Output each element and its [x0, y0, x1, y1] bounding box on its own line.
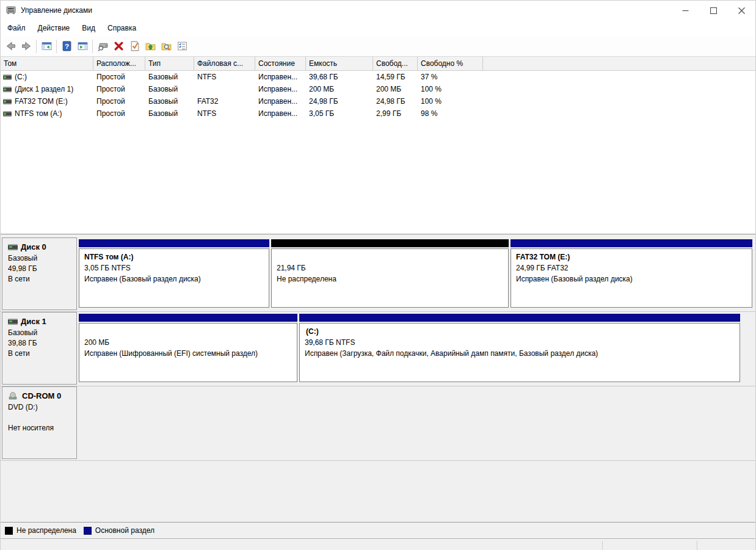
delete-volume-icon: [113, 40, 125, 52]
volume-free: 200 МБ: [373, 83, 418, 95]
disk-type: Базовый: [8, 253, 76, 264]
column-header-filesystem[interactable]: Файловая с...: [194, 57, 255, 71]
disk-size: 49,98 ГБ: [8, 264, 76, 274]
disk-status: В сети: [8, 274, 76, 284]
status-bar: [1, 538, 755, 550]
disk1-panel[interactable]: Диск 1 Базовый 39,88 ГБ В сети: [2, 312, 77, 385]
forward-button[interactable]: [18, 38, 34, 54]
toolbar-separator: [92, 40, 93, 53]
volume-status: Исправен...: [255, 107, 306, 120]
partition-status: Исправен (Шифрованный (EFI) системный ра…: [84, 348, 292, 359]
disk-name: Диск 0: [21, 242, 46, 251]
partition-ntfs-a[interactable]: NTFS том (A:) 3,05 ГБ NTFS Исправен (Баз…: [79, 239, 269, 308]
volume-name: (C:): [15, 73, 27, 81]
maximize-button[interactable]: [699, 1, 727, 20]
column-header-status[interactable]: Состояние: [255, 57, 306, 71]
rescan-disks-button[interactable]: [95, 38, 111, 54]
volume-free-pct: 37 %: [418, 71, 483, 83]
volume-free: 24,98 ГБ: [373, 95, 418, 107]
open-folder-button[interactable]: [142, 38, 158, 54]
partition-efi-system[interactable]: 200 МБ Исправен (Шифрованный (EFI) систе…: [79, 314, 297, 382]
partition-color-bar: [299, 314, 740, 322]
volume-row-ntfs-a[interactable]: NTFS том (A:) Простой Базовый NTFS Испра…: [1, 107, 755, 120]
volume-free-pct: 98 %: [418, 107, 483, 120]
toolbar-separator: [56, 40, 57, 53]
cdrom-icon: [8, 392, 19, 400]
partition-title: FAT32 TOM (E:): [516, 251, 747, 262]
help-icon: ?: [61, 40, 73, 52]
check-volume-icon: [129, 40, 140, 52]
cdrom0-row: CD-ROM 0 DVD (D:) Нет носителя: [1, 386, 755, 461]
volume-icon: [3, 111, 12, 117]
column-header-layout[interactable]: Располож...: [93, 57, 145, 71]
volume-row-disk1-part1[interactable]: (Диск 1 раздел 1) Простой Базовый Исправ…: [1, 83, 755, 95]
menu-file[interactable]: Файл: [1, 21, 32, 35]
menu-help[interactable]: Справка: [101, 21, 142, 35]
column-header-type[interactable]: Тип: [145, 57, 194, 71]
disk-status: Нет носителя: [8, 423, 76, 433]
delete-volume-button[interactable]: [111, 38, 126, 54]
explore-folder-button[interactable]: [158, 38, 174, 54]
disk0-panel[interactable]: Диск 0 Базовый 49,98 ГБ В сети: [2, 237, 77, 310]
check-volume-button[interactable]: [126, 38, 142, 54]
volume-capacity: 200 МБ: [306, 83, 373, 95]
disk0-row: Диск 0 Базовый 49,98 ГБ В сети NTFS том …: [1, 237, 755, 312]
status-bar-divider: [697, 541, 697, 550]
volume-layout: Простой: [93, 95, 145, 107]
disk-management-window: Управление дисками Файл Действие Вид Спр…: [0, 0, 756, 550]
partition-info: 39,68 ГБ NTFS: [305, 337, 735, 348]
disk-name: Диск 1: [21, 317, 46, 326]
column-header-volume[interactable]: Том: [1, 57, 93, 71]
column-header-capacity[interactable]: Емкость: [306, 57, 373, 71]
show-console-tree-button[interactable]: [38, 38, 54, 54]
partition-color-bar: [271, 239, 509, 247]
disk-icon: [8, 319, 18, 325]
window-title: Управление дисками: [21, 6, 92, 15]
volume-filesystem: [194, 83, 255, 95]
cdrom0-panel[interactable]: CD-ROM 0 DVD (D:) Нет носителя: [2, 386, 77, 459]
column-header-filler: [483, 57, 755, 71]
volume-icon: [3, 87, 12, 92]
volume-capacity: 24,98 ГБ: [306, 95, 373, 107]
close-button[interactable]: [727, 1, 755, 20]
volume-layout: Простой: [93, 107, 145, 120]
disk-type: DVD (D:): [8, 402, 76, 413]
volume-name: (Диск 1 раздел 1): [15, 85, 73, 93]
volume-type: Базовый: [145, 95, 194, 107]
show-console-tree-icon: [41, 40, 53, 52]
partition-status: Исправен (Загрузка, Файл подкачки, Авари…: [305, 348, 735, 359]
explore-folder-icon: [161, 40, 172, 52]
volume-list: Том Располож... Тип Файловая с... Состоя…: [1, 57, 755, 234]
partition-color-bar: [79, 239, 269, 247]
disk-type: Базовый: [8, 328, 76, 338]
partition-title: NTFS том (A:): [84, 251, 264, 262]
volume-row-c[interactable]: (C:) Простой Базовый NTFS Исправен... 39…: [1, 71, 755, 83]
partition-c[interactable]: (C:) 39,68 ГБ NTFS Исправен (Загрузка, Ф…: [299, 314, 740, 382]
partition-status: Исправен (Базовый раздел диска): [516, 273, 747, 284]
back-button[interactable]: [2, 38, 18, 54]
show-action-pane-button[interactable]: [75, 38, 90, 54]
volume-row-fat32-e[interactable]: FAT32 TOM (E:) Простой Базовый FAT32 Исп…: [1, 95, 755, 107]
minimize-button[interactable]: [671, 1, 699, 20]
volume-free-pct: 100 %: [418, 95, 483, 107]
menu-action[interactable]: Действие: [32, 21, 76, 35]
properties-button[interactable]: [174, 38, 190, 54]
volume-layout: Простой: [93, 71, 145, 83]
column-header-free-pct[interactable]: Свободно %: [418, 57, 483, 71]
partition-unallocated[interactable]: 21,94 ГБ Не распределена: [271, 239, 509, 308]
help-button[interactable]: ?: [59, 38, 75, 54]
title-bar: Управление дисками: [1, 1, 755, 20]
partition-fat32-e[interactable]: FAT32 TOM (E:) 24,99 ГБ FAT32 Исправен (…: [511, 239, 752, 308]
legend-item-primary-partition: Основной раздел: [84, 526, 154, 535]
partition-title: [277, 251, 503, 262]
legend-label: Основной раздел: [95, 526, 154, 535]
status-bar-divider: [602, 541, 603, 550]
volume-name: NTFS том (A:): [15, 109, 62, 118]
menu-view[interactable]: Вид: [76, 21, 101, 35]
column-header-free[interactable]: Свобод...: [373, 57, 418, 71]
menu-bar: Файл Действие Вид Справка: [1, 20, 755, 36]
partition-status: Исправен (Базовый раздел диска): [84, 273, 264, 284]
volume-status: Исправен...: [255, 95, 306, 107]
partition-info: 200 МБ: [84, 337, 292, 348]
legend-bar: Не распределена Основной раздел: [1, 522, 755, 538]
